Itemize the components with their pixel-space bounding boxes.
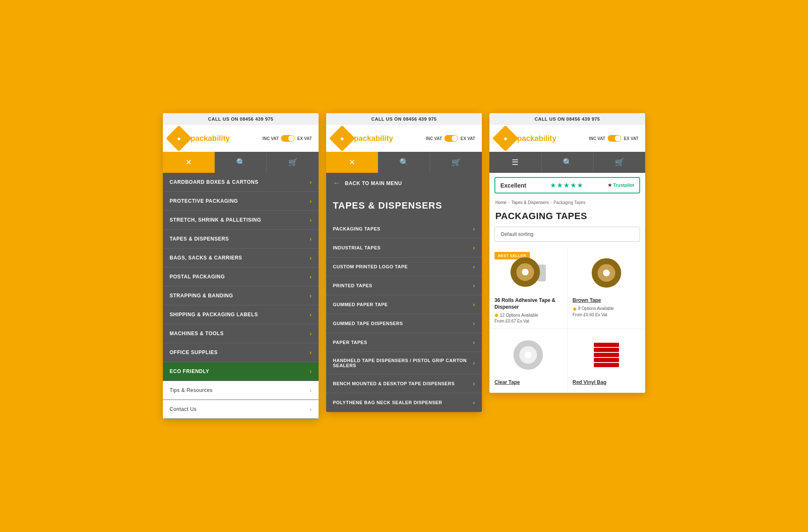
menu-item-tapes[interactable]: TAPES & DISPENSERS › [163, 230, 319, 249]
chevron-icon-cardboard: › [310, 179, 312, 185]
nav-close-button-2[interactable]: ✕ [326, 152, 378, 173]
submenu-item-printed-tapes[interactable]: PRINTED TAPES › [326, 276, 482, 295]
menu-item-tips[interactable]: Tips & Resources › [163, 381, 319, 400]
breadcrumb-tapes[interactable]: Tapes & Dispensers [511, 200, 549, 205]
screen-2-submenu: CALL US ON 08456 439 975 ◆ packability I… [326, 113, 482, 412]
product-options-2: ◆ 9 Options Available [573, 306, 641, 312]
sort-select[interactable]: Default sorting Price: Low to High Price… [494, 227, 640, 242]
trustpilot-logo: ★ Trustpilot [608, 183, 634, 188]
product-img-wrapper-1 [510, 257, 546, 288]
options-text-1: 12 Options Available [500, 313, 538, 318]
ex-vat-label-2: EX VAT [460, 136, 475, 141]
toggle-switch-3[interactable] [608, 135, 621, 142]
menu-item-stretch[interactable]: STRETCH, SHRINK & PALLETISING › [163, 211, 319, 230]
chevron-icon-bench: › [473, 380, 475, 387]
toggle-knob-1 [288, 135, 294, 141]
product-card-1: BEST SELLER 36 Rolls Adhesive Tape & Dis… [489, 247, 567, 328]
nav-close-button-1[interactable]: ✕ [163, 152, 215, 173]
tape-hole-3 [525, 352, 532, 358]
menu-label-tips: Tips & Resources [170, 387, 213, 393]
product-img-area-3 [494, 334, 562, 376]
menu-item-cardboard[interactable]: CARDBOARD BOXES & CARTONS › [163, 173, 319, 192]
red-tape-stack [594, 343, 619, 367]
toggle-switch-1[interactable] [281, 135, 295, 142]
menu-item-shipping[interactable]: SHIPPING & PACKAGING LABELS › [163, 305, 319, 324]
tape-roll-2 [592, 258, 621, 288]
submenu-item-gummed-dispensers[interactable]: GUMMED TAPE DISPENSERS › [326, 314, 482, 333]
submenu-item-bench[interactable]: BENCH MOUNTED & DESKTOP TAPE DISPENSERS … [326, 374, 482, 393]
page-title: PACKAGING TAPES [489, 207, 645, 227]
submenu-label-bench: BENCH MOUNTED & DESKTOP TAPE DISPENSERS [333, 381, 455, 386]
logo-area-1: ◆ packability [170, 129, 230, 148]
inc-vat-label-2: INC VAT [426, 136, 442, 141]
product-options-1: ◆ 12 Options Available [494, 312, 562, 318]
toggle-knob-2 [452, 135, 457, 141]
breadcrumb-sep-2: › [550, 200, 552, 205]
product-price-1: From £0.67 Ex Vat [494, 319, 562, 323]
breadcrumb-home[interactable]: Home [495, 200, 507, 205]
nav-hamburger-button-3[interactable]: ☰ [489, 152, 542, 173]
submenu-item-custom-printed[interactable]: CUSTOM PRINTED LOGO TAPE › [326, 257, 482, 276]
screen-3-products: CALL US ON 08456 439 975 ◆ packability I… [489, 113, 645, 393]
submenu-item-paper-tapes[interactable]: PAPER TAPES › [326, 333, 482, 352]
vat-toggle-3[interactable]: INC VAT EX VAT [589, 135, 638, 142]
menu-label-strapping: STRAPPING & BANDING [170, 293, 233, 299]
nav-bar-1: ✕ 🔍 🛒 [163, 152, 319, 173]
chevron-icon-strapping: › [310, 292, 312, 299]
red-tape-piece-2 [594, 348, 619, 352]
vat-toggle-1[interactable]: INC VAT EX VAT [263, 135, 312, 142]
menu-item-machines[interactable]: MACHINES & TOOLS › [163, 324, 319, 343]
menu-label-bags: BAGS, SACKS & CARRIERS [170, 255, 242, 261]
nav-basket-button-3[interactable]: 🛒 [593, 152, 645, 173]
nav-basket-button-2[interactable]: 🛒 [430, 152, 482, 173]
red-tape-piece-1 [594, 343, 619, 347]
product-name-4[interactable]: Red Vinyl Bag [573, 379, 641, 386]
chevron-icon-packaging-tapes: › [473, 225, 475, 232]
submenu-item-handheld[interactable]: HANDHELD TAPE DISPENSERS / PISTOL GRIP C… [326, 352, 482, 374]
chevron-icon-gummed-paper: › [473, 301, 475, 308]
logo-diamond-inner-2: ◆ [340, 136, 344, 141]
product-name-3[interactable]: Clear Tape [494, 379, 562, 386]
toggle-switch-2[interactable] [444, 135, 458, 142]
basket-icon-2: 🛒 [452, 158, 461, 167]
logo-pack-2: pack [354, 134, 371, 143]
nav-search-button-1[interactable]: 🔍 [215, 152, 267, 173]
nav-search-button-2[interactable]: 🔍 [378, 152, 431, 173]
submenu-item-gummed-paper[interactable]: GUMMED PAPER TAPE › [326, 295, 482, 314]
breadcrumb: Home › Tapes & Dispensers › Packaging Ta… [489, 198, 645, 207]
close-icon-2: ✕ [349, 158, 355, 167]
nav-search-button-3[interactable]: 🔍 [542, 152, 594, 173]
call-bar-2: CALL US ON 08456 439 975 [326, 113, 482, 125]
nav-basket-button-1[interactable]: 🛒 [267, 152, 319, 173]
menu-item-strapping[interactable]: STRAPPING & BANDING › [163, 286, 319, 305]
menu-item-bags[interactable]: BAGS, SACKS & CARRIERS › [163, 249, 319, 267]
nav-bar-3: ☰ 🔍 🛒 [489, 152, 645, 173]
search-icon-1: 🔍 [236, 158, 245, 167]
vat-toggle-2[interactable]: INC VAT EX VAT [426, 135, 475, 142]
menu-item-protective[interactable]: PROTECTIVE PACKAGING › [163, 192, 319, 211]
call-bar-1: CALL US ON 08456 439 975 [163, 113, 319, 125]
logo-area-3: ◆ packability [496, 129, 556, 148]
product-card-3: Clear Tape [489, 329, 567, 393]
submenu-item-industrial-tapes[interactable]: INDUSTRIAL TAPES › [326, 238, 482, 257]
menu-item-office[interactable]: OFFICE SUPPLIES › [163, 343, 319, 362]
menu-item-eco[interactable]: ECO FRIENDLY › [163, 362, 319, 381]
chevron-icon-custom-printed: › [473, 263, 475, 270]
chevron-icon-stretch: › [310, 217, 312, 223]
menu-label-postal: POSTAL PACKAGING [170, 274, 225, 280]
submenu-item-polythene[interactable]: POLYTHENE BAG NECK SEALER DISPENSER › [326, 393, 482, 412]
submenu-label-printed-tapes: PRINTED TAPES [333, 283, 372, 288]
product-img-area-2 [573, 252, 641, 294]
back-bar[interactable]: ← BACK TO MAIN MENU [326, 173, 482, 193]
trustpilot-stars: ★★★★★ [550, 181, 584, 189]
product-name-2[interactable]: Brown Tape [573, 297, 641, 304]
screen-1-main-menu: CALL US ON 08456 439 975 ◆ packability I… [163, 113, 319, 419]
product-name-1[interactable]: 36 Rolls Adhesive Tape & Dispenser [494, 297, 562, 310]
submenu-item-packaging-tapes[interactable]: PACKAGING TAPES › [326, 220, 482, 238]
logo-bar-1: ◆ packability INC VAT EX VAT [163, 125, 319, 152]
menu-item-contact[interactable]: Contact Us › [163, 400, 319, 419]
logo-diamond-inner-1: ◆ [177, 136, 181, 141]
logo-bar-2: ◆ packability INC VAT EX VAT [326, 125, 482, 152]
menu-item-postal[interactable]: POSTAL PACKAGING › [163, 267, 319, 286]
chevron-icon-bags: › [310, 254, 312, 261]
